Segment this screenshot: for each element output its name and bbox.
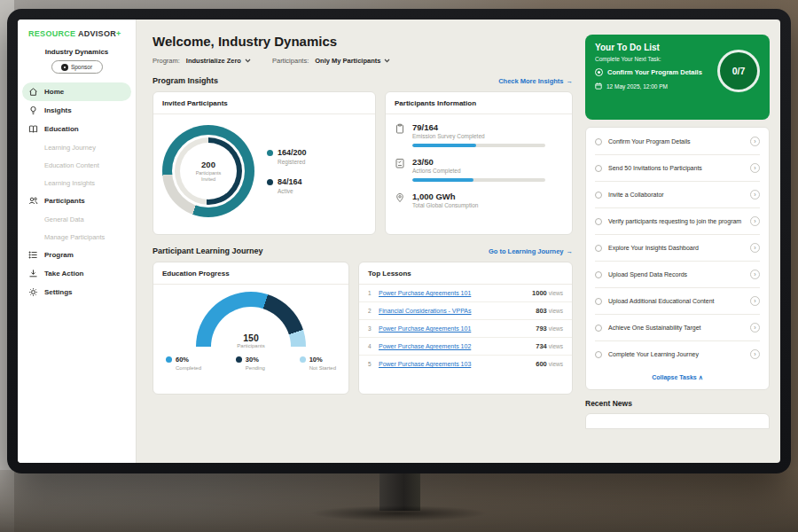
checklist-icon xyxy=(395,158,405,168)
participants-select[interactable]: Only My Participants xyxy=(315,57,390,65)
sidebar-item-insights[interactable]: Insights xyxy=(18,101,136,120)
gauge-center-label: Participants xyxy=(196,343,306,348)
education-progress-gauge: 150 Participants xyxy=(196,292,306,348)
task-checkbox[interactable] xyxy=(595,351,602,358)
lesson-link[interactable]: Power Purchase Agreements 101 xyxy=(379,325,536,332)
pending-dot xyxy=(236,356,242,363)
invited-participants-donut: 200 Participants Invited xyxy=(162,125,254,217)
task-row[interactable]: Complete Your Learning Journey › xyxy=(595,341,760,367)
people-icon xyxy=(28,196,38,206)
completed-dot xyxy=(166,356,172,363)
task-row[interactable]: Invite a Collaborator › xyxy=(595,182,760,208)
arrow-right-icon: → xyxy=(567,247,574,255)
sidebar-item-learning-insights[interactable]: Learning Insights xyxy=(18,174,136,192)
actions-progress-bar xyxy=(412,178,545,182)
lesson-row[interactable]: 1 Power Purchase Agreements 101 1000 vie… xyxy=(359,285,572,302)
task-checkbox[interactable] xyxy=(595,165,602,172)
todo-panel: Your To Do List Complete Your Next Task:… xyxy=(585,20,780,463)
app-logo: RESOURCE ADVISOR+ xyxy=(18,29,136,38)
legend-active: 84/164 Active xyxy=(267,177,307,194)
clipboard-icon xyxy=(395,123,405,134)
top-lessons-card: Top Lessons 1 Power Purchase Agreements … xyxy=(358,262,573,395)
task-chevron-button[interactable]: › xyxy=(750,323,760,332)
sidebar-item-home[interactable]: Home xyxy=(22,82,131,101)
task-chevron-button[interactable]: › xyxy=(750,163,760,173)
sponsor-badge[interactable]: Sponsor xyxy=(51,60,103,74)
task-chevron-button[interactable]: › xyxy=(750,270,760,279)
task-checkbox[interactable] xyxy=(595,245,602,252)
lesson-link[interactable]: Power Purchase Agreements 103 xyxy=(379,361,536,367)
participants-filter-label: Participants: xyxy=(272,57,309,65)
task-checkbox[interactable] xyxy=(595,271,602,278)
lesson-link[interactable]: Financial Considerations - VPPAs xyxy=(379,308,536,314)
sidebar-item-education-content[interactable]: Education Content xyxy=(18,156,136,174)
education-progress-title: Education Progress xyxy=(153,262,348,285)
check-more-insights-link[interactable]: Check More Insights → xyxy=(498,77,573,85)
task-row[interactable]: Upload Spend Data Records › xyxy=(595,262,760,288)
task-row[interactable]: Verify participants requesting to join t… xyxy=(595,208,760,235)
collapse-tasks-link[interactable]: Collapse Tasks ∧ xyxy=(595,367,760,388)
list-icon xyxy=(28,250,38,260)
sidebar-item-participants[interactable]: Participants xyxy=(18,192,136,210)
task-checkbox[interactable] xyxy=(595,298,602,305)
legend-registered: 164/200 Registered xyxy=(267,148,307,165)
app-screen: RESOURCE ADVISOR+ Industry Dynamics Spon… xyxy=(18,20,780,463)
top-lessons-title: Top Lessons xyxy=(359,262,572,285)
program-filter-label: Program: xyxy=(153,57,180,65)
task-row[interactable]: Confirm Your Program Details › xyxy=(595,129,760,155)
legend-pending: 30% Pending xyxy=(236,356,265,371)
gauge-center-value: 150 xyxy=(196,332,306,343)
task-checkbox[interactable] xyxy=(595,138,602,145)
task-chevron-button[interactable]: › xyxy=(750,349,760,359)
task-row[interactable]: Send 50 Invitations to Participants › xyxy=(595,155,760,182)
lesson-row[interactable]: 5 Power Purchase Agreements 103 600 view… xyxy=(359,356,572,372)
sidebar: RESOURCE ADVISOR+ Industry Dynamics Spon… xyxy=(18,20,137,463)
invited-participants-title: Invited Participants xyxy=(153,92,375,114)
radio-icon xyxy=(595,68,603,76)
calendar-icon xyxy=(595,82,602,90)
task-row[interactable]: Upload Additional Educational Content › xyxy=(595,288,760,315)
stat-global-consumption: 1,000 GWh Total Global Consumption xyxy=(395,192,563,208)
sidebar-item-program[interactable]: Program xyxy=(18,246,136,264)
sidebar-item-learning-journey[interactable]: Learning Journey xyxy=(18,138,136,156)
gauge-legend: 60% Completed 30% Pending 10% Not Starte… xyxy=(153,348,348,371)
task-checkbox[interactable] xyxy=(595,192,602,199)
task-chevron-button[interactable]: › xyxy=(750,216,760,226)
donut-center-label: Participants Invited xyxy=(189,170,228,182)
lesson-link[interactable]: Power Purchase Agreements 101 xyxy=(379,290,532,296)
monitor-stand-shadow xyxy=(310,505,488,521)
sidebar-item-take-action[interactable]: Take Action xyxy=(18,264,136,283)
download-icon xyxy=(28,269,38,278)
lesson-row[interactable]: 3 Power Purchase Agreements 101 793 view… xyxy=(359,320,572,338)
lesson-link[interactable]: Power Purchase Agreements 102 xyxy=(379,343,536,349)
stat-actions-completed: 23/50 Actions Completed xyxy=(395,157,563,182)
program-insights-heading: Program Insights xyxy=(153,76,218,85)
next-task-row[interactable]: Confirm Your Program Details xyxy=(595,68,726,76)
todo-summary-card: Your To Do List Complete Your Next Task:… xyxy=(585,35,770,120)
invited-participants-card: Invited Participants 200 Participants In… xyxy=(153,91,376,235)
sidebar-item-manage-participants[interactable]: Manage Participants xyxy=(18,228,136,246)
active-dot xyxy=(267,179,273,185)
stat-emission-survey: 79/164 Emission Survey Completed xyxy=(395,122,563,147)
task-chevron-button[interactable]: › xyxy=(750,243,760,253)
go-to-learning-journey-link[interactable]: Go to Learning Journey → xyxy=(489,247,573,255)
map-pin-icon xyxy=(395,192,405,203)
lesson-row[interactable]: 4 Power Purchase Agreements 102 734 view… xyxy=(359,338,572,356)
home-icon xyxy=(28,87,38,97)
task-checkbox[interactable] xyxy=(595,325,602,332)
sidebar-item-settings[interactable]: Settings xyxy=(18,283,136,301)
program-select[interactable]: Industrialize Zero xyxy=(186,57,251,65)
lesson-row[interactable]: 2 Financial Considerations - VPPAs 803 v… xyxy=(359,302,572,320)
participants-information-title: Participants Information xyxy=(386,92,572,114)
emission-progress-bar xyxy=(412,144,545,147)
sidebar-item-education[interactable]: Education xyxy=(18,120,136,138)
task-chevron-button[interactable]: › xyxy=(750,137,760,146)
task-row[interactable]: Achieve One Sustainability Target › xyxy=(595,315,760,341)
education-progress-card: Education Progress 150 Participants xyxy=(153,262,349,395)
task-checkbox[interactable] xyxy=(595,218,602,225)
task-chevron-button[interactable]: › xyxy=(750,296,760,306)
recent-news-card xyxy=(585,413,770,429)
task-chevron-button[interactable]: › xyxy=(750,190,760,200)
task-row[interactable]: Explore Your Insights Dashboard › xyxy=(595,235,760,262)
sidebar-item-general-data[interactable]: General Data xyxy=(18,210,136,228)
